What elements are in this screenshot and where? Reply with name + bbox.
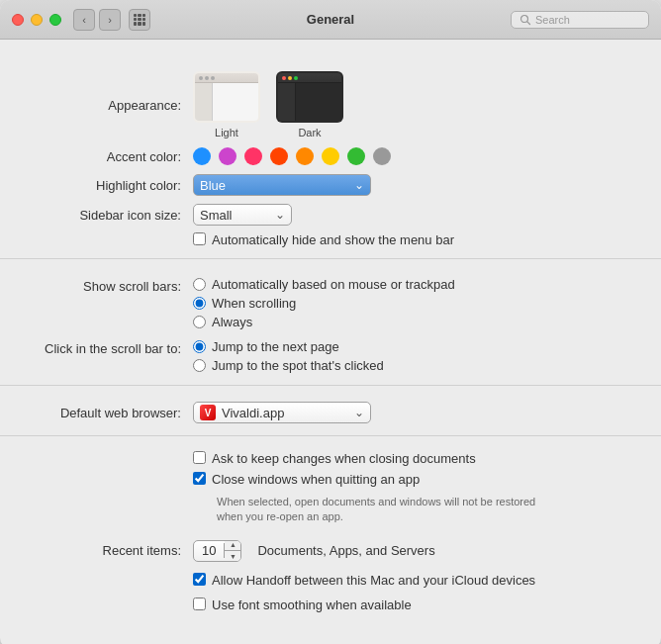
default-browser-label: Default web browser: [0,406,193,420]
light-theme-thumbnail [193,71,260,123]
close-windows-label: Close windows when quitting an app [212,472,420,487]
menu-bar-row: Automatically hide and show the menu bar [0,230,661,250]
sidebar-icon-size-row: Sidebar icon size: Small ⌄ [0,200,661,230]
jump-next-page-label: Jump to the next page [212,339,339,354]
recent-items-value: 10 [194,543,225,558]
window-title: General [307,12,354,27]
handoff-row: Allow Handoff between this Mac and your … [0,570,661,591]
dark-theme-label: Dark [298,127,321,138]
svg-line-1 [527,21,530,24]
grid-button[interactable] [129,9,150,31]
vivaldi-icon: V [200,405,216,420]
recent-items-label: Recent items: [0,543,193,558]
grid-icon [134,14,145,26]
accent-red[interactable] [270,147,288,165]
accent-color-label: Accent color: [0,149,193,164]
default-browser-dropdown[interactable]: V Vivaldi.app ⌄ [193,402,371,423]
appearance-section: Appearance: Li [0,59,661,259]
close-windows-row: Close windows when quitting an app [0,469,661,490]
jump-next-page-option[interactable]: Jump to the next page [193,339,384,354]
close-windows-checkbox[interactable] [193,472,206,485]
font-smoothing-checkbox[interactable] [193,598,206,610]
jump-next-page-radio[interactable] [193,340,206,353]
ask-keep-row: Ask to keep changes when closing documen… [0,448,661,469]
scroll-bars-auto-label: Automatically based on mouse or trackpad [212,277,455,292]
show-scroll-bars-row: Show scroll bars: Automatically based on… [0,271,661,333]
light-theme-option[interactable]: Light [193,71,260,138]
search-icon [519,14,531,26]
handoff-label: Allow Handoff between this Mac and your … [212,573,535,588]
show-scroll-bars-label: Show scroll bars: [0,277,193,294]
close-windows-hint: When selected, open documents and window… [217,495,563,525]
sidebar-icon-size-label: Sidebar icon size: [0,208,193,223]
close-button[interactable] [12,14,24,26]
scroll-bars-scrolling-radio[interactable] [193,297,206,310]
accent-blue[interactable] [193,147,211,165]
menu-bar-checkbox[interactable] [193,232,206,245]
documents-section: Ask to keep changes when closing documen… [0,440,661,624]
window: ‹ › General Search Appearance: [0,0,661,644]
accent-yellow[interactable] [322,147,339,165]
maximize-button[interactable] [49,14,61,26]
appearance-label: Appearance: [0,98,193,113]
appearance-row: Appearance: Li [0,67,661,142]
light-theme-label: Light [215,127,238,138]
stepper-down-button[interactable]: ▼ [225,551,240,562]
minimize-button[interactable] [31,14,43,26]
ask-keep-checkbox[interactable] [193,451,206,464]
recent-items-content: 10 ▲ ▼ Documents, Apps, and Servers [193,540,631,562]
scroll-bars-always-radio[interactable] [193,316,206,328]
default-browser-content: V Vivaldi.app ⌄ [193,402,631,423]
accent-green[interactable] [347,147,365,165]
vivaldi-dropdown-arrow: ⌄ [354,406,364,419]
accent-orange[interactable] [296,147,314,165]
scroll-bars-scrolling-option[interactable]: When scrolling [193,296,455,311]
click-scroll-bar-options: Jump to the next page Jump to the spot t… [193,339,384,373]
scroll-bars-always-label: Always [212,315,252,329]
titlebar: ‹ › General Search [0,0,661,40]
recent-items-stepper[interactable]: 10 ▲ ▼ [193,540,241,562]
accent-gray[interactable] [373,147,391,165]
jump-clicked-spot-label: Jump to the spot that's clicked [212,358,384,373]
content: Appearance: Li [0,40,661,644]
highlight-color-label: Highlight color: [0,178,193,193]
handoff-checkbox[interactable] [193,573,206,586]
scroll-bars-always-option[interactable]: Always [193,315,455,329]
highlight-color-dropdown[interactable]: Blue ⌄ [193,174,371,196]
scroll-bars-scrolling-label: When scrolling [212,296,296,311]
menu-bar-label: Automatically hide and show the menu bar [212,232,454,247]
default-browser-section: Default web browser: V Vivaldi.app ⌄ [0,390,661,436]
scroll-bars-auto-option[interactable]: Automatically based on mouse or trackpad [193,277,455,292]
highlight-color-content: Blue ⌄ [193,174,631,196]
click-scroll-bar-row: Click in the scroll bar to: Jump to the … [0,333,661,377]
scroll-bars-auto-radio[interactable] [193,278,206,291]
scroll-bars-section: Show scroll bars: Automatically based on… [0,263,661,386]
traffic-lights [12,14,61,26]
dark-theme-option[interactable]: Dark [276,71,343,138]
accent-color-options [193,147,631,165]
font-smoothing-row: Use font smoothing when available [0,595,661,616]
highlight-dropdown-arrow: ⌄ [354,178,364,192]
sidebar-icon-size-dropdown[interactable]: Small ⌄ [193,204,292,226]
ask-keep-label: Ask to keep changes when closing documen… [212,451,476,466]
jump-clicked-spot-radio[interactable] [193,359,206,372]
jump-clicked-spot-option[interactable]: Jump to the spot that's clicked [193,358,384,373]
sidebar-icon-size-content: Small ⌄ [193,204,631,226]
scroll-bars-options: Automatically based on mouse or trackpad… [193,277,455,329]
click-scroll-bar-label: Click in the scroll bar to: [0,339,193,356]
accent-pink[interactable] [244,147,262,165]
search-box[interactable]: Search [511,11,649,29]
sidebar-size-dropdown-arrow: ⌄ [275,208,285,222]
recent-items-suffix: Documents, Apps, and Servers [257,543,434,558]
font-smoothing-label: Use font smoothing when available [212,598,412,612]
sidebar-icon-size-value: Small [200,208,233,223]
appearance-thumbnails: Light Dark [193,71,631,138]
forward-button[interactable]: › [99,9,121,31]
dark-theme-thumbnail [276,71,343,123]
recent-items-row: Recent items: 10 ▲ ▼ Documents, Apps, an… [0,536,661,566]
vivaldi-label: Vivaldi.app [222,406,284,420]
back-button[interactable]: ‹ [73,9,95,31]
close-windows-hint-row: When selected, open documents and window… [0,490,661,528]
stepper-up-button[interactable]: ▲ [225,540,240,551]
accent-purple[interactable] [219,147,236,165]
